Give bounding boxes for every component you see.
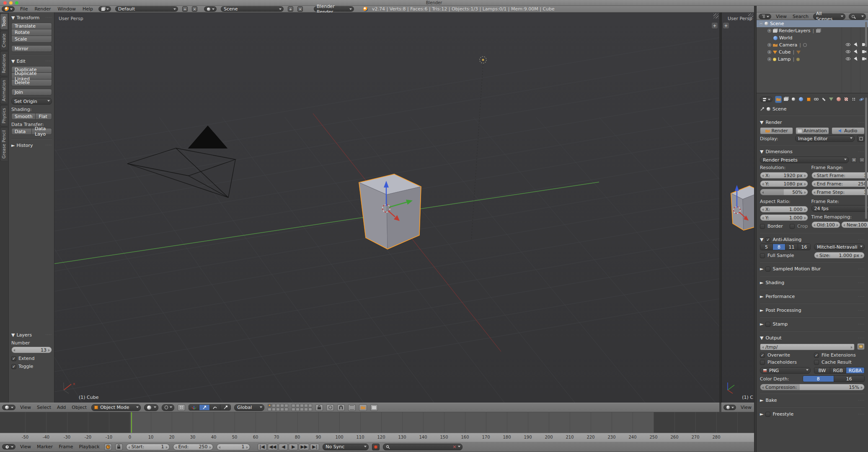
selectability-toggle[interactable] (854, 50, 859, 55)
add-scene-button[interactable]: + (288, 6, 293, 12)
layer-cell[interactable] (308, 408, 312, 411)
resolution-x-field[interactable]: X:1920 px (760, 172, 808, 179)
aspect-x-field[interactable]: X:1.000 (760, 206, 808, 213)
snap-toggle[interactable] (337, 404, 345, 411)
object-menu[interactable]: Object (70, 405, 88, 410)
layer-cell[interactable] (284, 404, 288, 407)
tab-texture[interactable] (843, 96, 850, 103)
tab-particles[interactable] (850, 96, 857, 103)
aa-size-field[interactable]: Size:1.000 px (814, 252, 865, 259)
outliner-row-world[interactable]: World (757, 34, 868, 41)
render-still-button[interactable]: Render (760, 127, 793, 134)
expand-region-button[interactable]: + (723, 23, 729, 28)
layer-cell[interactable] (292, 408, 295, 411)
tab-scene[interactable] (790, 96, 797, 103)
panel-grip-icon[interactable]: ···· (858, 336, 865, 340)
overwrite-checkbox[interactable]: ✓ (760, 353, 765, 358)
render-opengl-button[interactable] (359, 404, 367, 411)
toggle-checkbox[interactable]: ✓ (11, 364, 16, 369)
select-menu[interactable]: Select (36, 405, 52, 410)
layer-cell[interactable] (280, 408, 284, 411)
renderability-toggle[interactable] (862, 57, 866, 60)
color-depth-16[interactable]: 16 (834, 376, 865, 382)
proportional-edit-dropdown[interactable] (326, 404, 334, 411)
panel-grip-icon[interactable]: ···· (858, 281, 865, 285)
layer-cell[interactable] (304, 408, 308, 411)
editor-type-dropdown[interactable] (759, 14, 771, 19)
cache-result-checkbox[interactable] (814, 360, 819, 365)
shading-panel-header[interactable]: ►Shading ···· (760, 279, 865, 287)
panel-grip-icon[interactable]: ···· (858, 322, 865, 326)
output-path-field[interactable]: /tmp/ (760, 344, 855, 350)
manipulator-axis-icon[interactable] (189, 405, 199, 410)
menu-window[interactable]: Window (57, 6, 77, 12)
layer-cell[interactable] (284, 408, 288, 411)
placeholders-checkbox[interactable] (760, 360, 765, 365)
compression-slider[interactable]: Compression: 15% (760, 384, 865, 390)
end-frame-field[interactable]: End:250 (173, 444, 213, 450)
panel-grip-icon[interactable]: ···· (858, 267, 865, 271)
remap-old-field[interactable]: Old:100 (811, 221, 840, 228)
data-transfer-layout-button[interactable]: Data Layo (32, 128, 52, 135)
file-format-dropdown[interactable]: PNG (760, 367, 811, 374)
freestyle-panel-header[interactable]: ► Freestyle ···· (760, 410, 865, 418)
3d-viewport[interactable]: x User Persp (1) Cube + (54, 13, 719, 403)
start-frame-field[interactable]: Start Frame:1 (811, 172, 868, 179)
next-keyframe-button[interactable]: ▶▶ (299, 444, 309, 450)
titlebar[interactable]: Blender (0, 0, 868, 6)
aa-samples-11[interactable]: 11 (785, 244, 798, 250)
tab-physics[interactable] (858, 96, 865, 103)
timeline-playhead[interactable] (131, 412, 132, 433)
bake-panel-header[interactable]: ►Bake ···· (760, 396, 865, 404)
screen-layout-icon-dropdown[interactable] (98, 6, 111, 12)
mode-dropdown[interactable]: Object Mode (91, 404, 141, 411)
tab-render-layers[interactable] (783, 96, 789, 103)
visibility-toggle[interactable] (846, 50, 850, 53)
jump-to-start-button[interactable]: |◀ (258, 444, 267, 450)
layer-cell[interactable] (268, 408, 271, 411)
layer-cell[interactable] (272, 404, 276, 407)
layer-cell[interactable] (276, 408, 280, 411)
aa-samples-5[interactable]: 5 (760, 244, 773, 250)
panel-grip-icon[interactable]: ···· (46, 143, 52, 147)
layer-cell[interactable] (276, 404, 280, 407)
mirror-button[interactable]: Mirror (11, 45, 52, 52)
menu-help[interactable]: Help (81, 6, 94, 12)
auto-keyframe-button[interactable] (372, 444, 380, 450)
extend-checkbox[interactable]: ✓ (11, 356, 16, 361)
outliner-search-input[interactable] (849, 13, 866, 20)
tab-animation[interactable]: Animation (0, 77, 8, 104)
layer-cell[interactable] (296, 408, 300, 411)
shade-flat-button[interactable]: Flat (36, 113, 52, 120)
browse-output-button[interactable] (857, 343, 865, 350)
crop-checkbox[interactable] (790, 224, 795, 229)
menu-file[interactable]: File (19, 6, 29, 12)
motion-blur-panel-header[interactable]: ► Sampled Motion Blur ···· (760, 265, 865, 273)
render-audio-button[interactable]: Audio (832, 127, 865, 134)
transform-panel-header[interactable]: ▼ Transform ···· (11, 14, 52, 21)
tab-relations[interactable]: Relations (0, 51, 8, 76)
duplicate-linked-button[interactable]: Duplicate Linked (11, 73, 52, 80)
clear-keying-set-icon[interactable]: × (452, 444, 456, 449)
snap-element-dropdown[interactable] (348, 404, 356, 411)
render-animation-button[interactable]: Animation (796, 127, 829, 134)
outliner-row-renderlayers[interactable]: + RenderLayers | (757, 27, 868, 34)
selectability-toggle[interactable] (854, 57, 859, 62)
render-engine-dropdown[interactable]: Blender Render (314, 6, 354, 12)
frame-step-field[interactable]: Frame Step:1 (811, 189, 868, 195)
history-panel-header[interactable]: ► History ···· (11, 142, 52, 149)
viewport-shading-dropdown[interactable] (144, 404, 158, 411)
collapse-expander[interactable]: − (759, 22, 763, 26)
layer-cell[interactable] (292, 404, 295, 407)
tab-render[interactable] (775, 96, 782, 103)
panel-grip-icon[interactable]: ···· (858, 308, 865, 313)
sync-mode-dropdown[interactable]: No Sync (323, 444, 369, 450)
end-frame-field[interactable]: End Frame:250 (811, 180, 868, 187)
tab-world[interactable] (798, 96, 804, 103)
layer-grid-1[interactable] (268, 404, 288, 411)
add-menu[interactable]: Add (56, 405, 67, 410)
join-button[interactable]: Join (11, 89, 52, 95)
antialiasing-checkbox[interactable]: ✓ (765, 237, 770, 242)
area-corner-grip[interactable] (713, 13, 718, 18)
dimensions-panel-header[interactable]: ▼Dimensions ···· (760, 148, 865, 156)
